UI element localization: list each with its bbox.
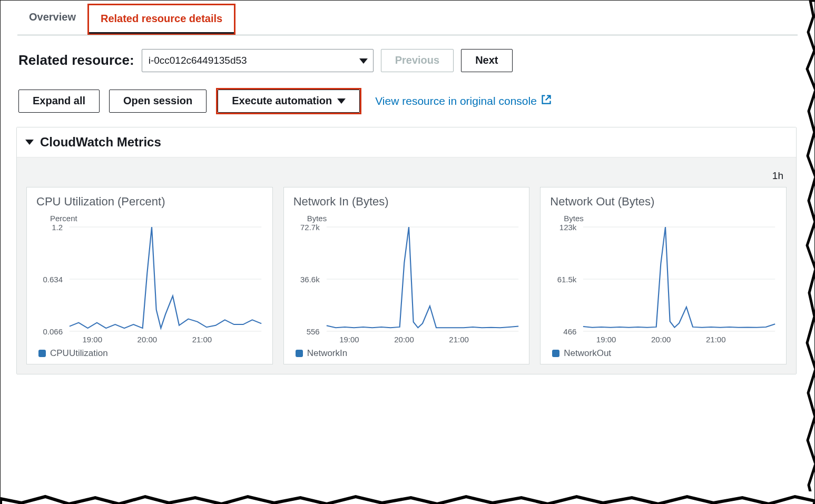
section-header[interactable]: CloudWatch Metrics bbox=[17, 127, 796, 157]
chart-legend: NetworkOut bbox=[552, 348, 779, 359]
chart-y-unit-label: Bytes bbox=[564, 214, 779, 223]
chart-card: Network Out (Bytes)Bytes123k61.5k46619:0… bbox=[540, 187, 787, 364]
caret-down-icon bbox=[337, 98, 346, 104]
caret-down-icon bbox=[359, 55, 368, 66]
expand-all-button[interactable]: Expand all bbox=[18, 90, 100, 113]
chart-title: Network In (Bytes) bbox=[293, 195, 522, 209]
chart-title: CPU Utilization (Percent) bbox=[36, 195, 265, 209]
chart-x-tick: 20:00 bbox=[138, 335, 158, 344]
tab-related-resource-details[interactable]: Related resource details bbox=[89, 5, 234, 34]
tabs: Overview Related resource details bbox=[17, 4, 798, 35]
chart-y-unit-label: Percent bbox=[50, 214, 265, 223]
execute-automation-label: Execute automation bbox=[232, 95, 332, 107]
view-resource-link[interactable]: View resource in original console bbox=[375, 94, 552, 107]
chart-legend: NetworkIn bbox=[296, 348, 522, 359]
time-range-value[interactable]: 1h bbox=[772, 170, 783, 182]
charts-toolbar: 1h bbox=[26, 167, 787, 184]
section-title: CloudWatch Metrics bbox=[40, 135, 161, 150]
chart-x-tick: 19:00 bbox=[339, 335, 359, 344]
legend-color-swatch bbox=[38, 350, 46, 357]
legend-label: CPUUtilization bbox=[50, 348, 108, 359]
highlight-box-execute-automation: Execute automation bbox=[216, 88, 361, 114]
chart-card: Network In (Bytes)Bytes72.7k36.6k55619:0… bbox=[283, 187, 530, 364]
tabs-wrap: Overview Related resource details bbox=[1, 1, 814, 35]
related-resource-row: Related resource: i-0cc012c6449135d53 Pr… bbox=[1, 35, 814, 72]
chart-card: CPU Utilization (Percent)Percent1.20.634… bbox=[26, 187, 273, 364]
chart-x-tick: 20:00 bbox=[394, 335, 414, 344]
related-resource-select[interactable]: i-0cc012c6449135d53 bbox=[142, 49, 374, 72]
chart-title: Network Out (Bytes) bbox=[550, 195, 779, 209]
chart-x-tick: 19:00 bbox=[596, 335, 616, 344]
chart-plot[interactable]: 123k61.5k46619:0020:0021:00 bbox=[550, 224, 779, 345]
section-cloudwatch-metrics: CloudWatch Metrics 1h CPU Utilization (P… bbox=[16, 127, 797, 374]
chart-x-tick: 19:00 bbox=[82, 335, 102, 344]
highlight-box-tab: Related resource details bbox=[87, 4, 235, 35]
chart-x-tick: 21:00 bbox=[449, 335, 469, 344]
view-resource-link-label: View resource in original console bbox=[375, 95, 537, 107]
charts-row: CPU Utilization (Percent)Percent1.20.634… bbox=[26, 187, 787, 364]
previous-button: Previous bbox=[381, 49, 454, 72]
page-root: Overview Related resource details Relate… bbox=[0, 0, 815, 504]
chart-plot[interactable]: 1.20.6340.06619:0020:0021:00 bbox=[36, 224, 265, 345]
caret-down-icon bbox=[25, 140, 34, 145]
execute-automation-button[interactable]: Execute automation bbox=[218, 90, 360, 113]
chart-legend: CPUUtilization bbox=[38, 348, 265, 359]
chart-y-unit-label: Bytes bbox=[307, 214, 522, 223]
tab-overview[interactable]: Overview bbox=[17, 4, 87, 35]
chart-x-tick: 20:00 bbox=[651, 335, 671, 344]
section-body: 1h CPU Utilization (Percent)Percent1.20.… bbox=[17, 157, 796, 374]
open-session-button[interactable]: Open session bbox=[109, 90, 207, 113]
chart-x-tick: 21:00 bbox=[192, 335, 212, 344]
legend-label: NetworkIn bbox=[307, 348, 348, 359]
legend-color-swatch bbox=[552, 350, 559, 357]
toolbar-row: Expand all Open session Execute automati… bbox=[1, 72, 814, 114]
torn-edge-bottom bbox=[1, 491, 814, 504]
chart-plot[interactable]: 72.7k36.6k55619:0020:0021:00 bbox=[293, 224, 522, 345]
related-resource-value: i-0cc012c6449135d53 bbox=[149, 55, 247, 66]
related-resource-label: Related resource: bbox=[18, 52, 134, 68]
legend-color-swatch bbox=[296, 350, 303, 357]
next-button[interactable]: Next bbox=[461, 49, 512, 72]
external-link-icon bbox=[541, 94, 552, 107]
legend-label: NetworkOut bbox=[564, 348, 611, 359]
chart-x-tick: 21:00 bbox=[706, 335, 726, 344]
torn-edge-right bbox=[804, 1, 815, 504]
